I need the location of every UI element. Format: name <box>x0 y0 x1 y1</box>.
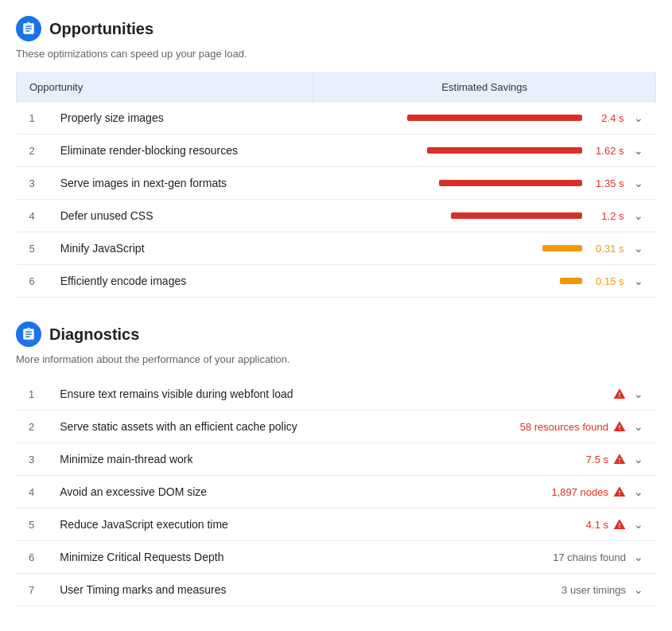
row-label: Reduce JavaScript execution time <box>47 508 436 541</box>
opportunities-section: Opportunities These optimizations can sp… <box>0 8 672 314</box>
row-label: Minimize main-thread work <box>47 443 436 476</box>
diag-value: 58 resources found <box>520 421 608 433</box>
table-row[interactable]: 6 Minimize Critical Requests Depth 17 ch… <box>16 541 656 574</box>
expand-chevron[interactable]: ⌄ <box>634 551 643 563</box>
expand-chevron[interactable]: ⌄ <box>634 242 643 255</box>
expand-chevron[interactable]: ⌄ <box>634 388 643 400</box>
expand-chevron[interactable]: ⌄ <box>634 275 643 287</box>
row-number: 1 <box>16 378 47 411</box>
col-opportunity: Opportunity <box>17 73 313 102</box>
diagnostics-section: Diagnostics More information about the p… <box>0 314 672 622</box>
savings-bar-container <box>560 278 582 284</box>
row-number: 4 <box>17 200 48 232</box>
clipboard-icon <box>21 21 36 36</box>
row-label: Properly size images <box>48 102 313 134</box>
savings-bar-container <box>542 245 582 251</box>
row-number: 6 <box>17 265 48 298</box>
row-number: 7 <box>16 574 47 606</box>
savings-bar-container <box>427 147 582 154</box>
row-label: Avoid an excessive DOM size <box>47 476 436 508</box>
savings-value: 2.4 s <box>588 112 624 124</box>
row-label: User Timing marks and measures <box>47 574 436 606</box>
expand-chevron[interactable]: ⌄ <box>634 518 643 531</box>
row-number: 2 <box>16 411 47 443</box>
warning-icon <box>613 518 626 531</box>
table-row[interactable]: 5 Minify JavaScript 0.31 s ⌄ <box>17 232 656 265</box>
table-row[interactable]: 4 Defer unused CSS 1.2 s ⌄ <box>17 200 656 232</box>
opportunities-subtitle: These optimizations can speed up your pa… <box>16 48 656 60</box>
table-row[interactable]: 3 Minimize main-thread work 7.5 s ⌄ <box>16 443 656 476</box>
opportunities-table-header: Opportunity Estimated Savings <box>17 73 656 102</box>
savings-bar <box>542 245 582 251</box>
expand-chevron[interactable]: ⌄ <box>634 111 643 124</box>
warning-icon <box>613 388 626 400</box>
savings-value: 0.31 s <box>588 243 624 255</box>
diagnostics-cell: 3 user timings ⌄ <box>436 574 656 606</box>
savings-bar <box>439 180 582 186</box>
savings-cell: 1.2 s ⌄ <box>313 200 656 232</box>
row-label: Ensure text remains visible during webfo… <box>47 378 436 411</box>
warning-icon <box>613 420 626 433</box>
row-label: Serve static assets with an efficient ca… <box>47 411 436 443</box>
savings-value: 1.62 s <box>588 145 624 157</box>
expand-chevron[interactable]: ⌄ <box>634 144 643 157</box>
row-label: Serve images in next-gen formats <box>48 167 313 200</box>
diagnostics-clipboard-icon <box>21 327 36 341</box>
savings-value: 0.15 s <box>588 275 624 287</box>
savings-cell: 1.35 s ⌄ <box>313 167 656 200</box>
savings-cell: 0.15 s ⌄ <box>313 265 656 298</box>
expand-chevron[interactable]: ⌄ <box>634 177 643 189</box>
table-row[interactable]: 3 Serve images in next-gen formats 1.35 … <box>17 167 656 200</box>
row-label: Defer unused CSS <box>48 200 313 232</box>
savings-bar <box>560 278 582 284</box>
diagnostics-cell: 1,897 nodes ⌄ <box>436 476 656 508</box>
opportunities-icon <box>16 16 41 41</box>
table-row[interactable]: 2 Eliminate render-blocking resources 1.… <box>17 134 656 167</box>
expand-chevron[interactable]: ⌄ <box>634 420 643 433</box>
row-label: Minimize Critical Requests Depth <box>47 541 436 574</box>
diag-value: 3 user timings <box>561 584 626 596</box>
savings-cell: 0.31 s ⌄ <box>313 232 656 265</box>
opportunities-table: Opportunity Estimated Savings 1 Properly… <box>16 72 656 298</box>
table-row[interactable]: 6 Efficiently encode images 0.15 s ⌄ <box>17 265 656 298</box>
row-number: 4 <box>16 476 47 508</box>
diagnostics-icon <box>16 321 41 347</box>
diagnostics-cell: ⌄ <box>436 378 656 411</box>
diagnostics-cell: 58 resources found ⌄ <box>436 411 656 443</box>
table-row[interactable]: 1 Properly size images 2.4 s ⌄ <box>17 102 656 134</box>
savings-value: 1.2 s <box>588 210 624 222</box>
expand-chevron[interactable]: ⌄ <box>634 583 643 596</box>
table-row[interactable]: 7 User Timing marks and measures 3 user … <box>16 574 656 606</box>
diag-value: 7.5 s <box>586 454 608 465</box>
opportunities-table-body: 1 Properly size images 2.4 s ⌄ 2 Elimina… <box>17 102 656 298</box>
opportunities-header: Opportunities <box>16 16 656 41</box>
diag-value: 4.1 s <box>586 519 608 531</box>
savings-cell: 2.4 s ⌄ <box>313 102 656 134</box>
savings-bar-container <box>439 180 582 186</box>
expand-chevron[interactable]: ⌄ <box>634 453 643 465</box>
row-label: Efficiently encode images <box>48 265 313 298</box>
row-number: 3 <box>16 443 47 476</box>
row-label: Minify JavaScript <box>48 232 313 265</box>
savings-bar <box>427 147 582 154</box>
savings-value: 1.35 s <box>588 177 624 189</box>
opportunities-title: Opportunities <box>49 20 153 38</box>
diagnostics-table-body: 1 Ensure text remains visible during web… <box>16 378 656 606</box>
expand-chevron[interactable]: ⌄ <box>634 209 643 222</box>
diagnostics-subtitle: More information about the performance o… <box>16 353 656 365</box>
warning-icon <box>613 453 626 465</box>
diagnostics-cell: 4.1 s ⌄ <box>436 508 656 541</box>
table-row[interactable]: 5 Reduce JavaScript execution time 4.1 s… <box>16 508 656 541</box>
savings-bar <box>407 115 582 121</box>
expand-chevron[interactable]: ⌄ <box>634 485 643 498</box>
diagnostics-header: Diagnostics <box>16 321 656 347</box>
row-number: 5 <box>16 508 47 541</box>
table-row[interactable]: 2 Serve static assets with an efficient … <box>16 411 656 443</box>
savings-bar <box>451 212 582 219</box>
diag-value: 1,897 nodes <box>551 486 608 498</box>
table-row[interactable]: 1 Ensure text remains visible during web… <box>16 378 656 411</box>
diagnostics-cell: 17 chains found ⌄ <box>436 541 656 574</box>
diag-value: 17 chains found <box>553 551 626 563</box>
diagnostics-cell: 7.5 s ⌄ <box>436 443 656 476</box>
table-row[interactable]: 4 Avoid an excessive DOM size 1,897 node… <box>16 476 656 508</box>
